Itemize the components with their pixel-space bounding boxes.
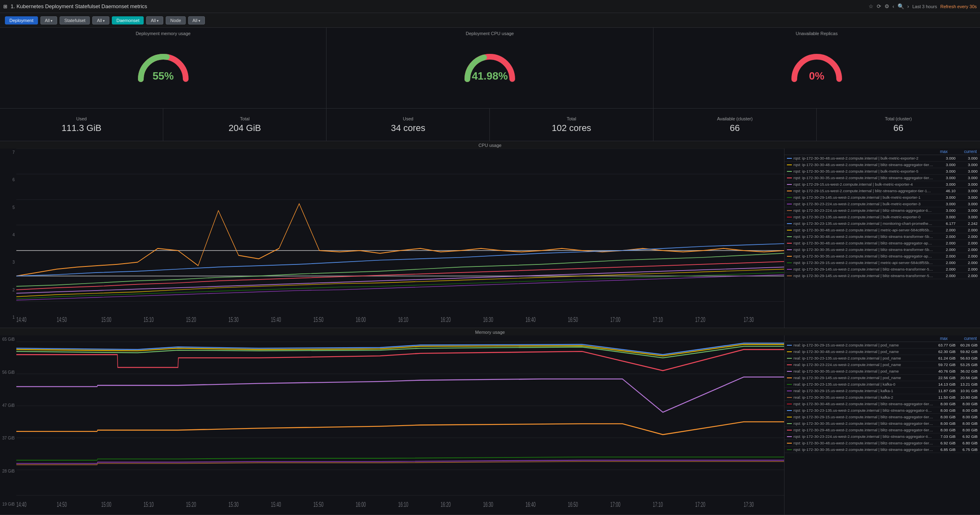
cpu-legend-item[interactable]: rqst: ip-172-30-30-48.us-west-2.compute.… [784,233,980,240]
legend-item-max: 2.000 [935,241,956,245]
mem-y-56: 56 GiB [0,370,15,375]
cpu-chart-area[interactable]: 14:40 14:50 15:00 15:10 15:20 15:30 15:4… [16,149,784,328]
mem-y-37: 37 GiB [0,436,15,440]
svg-text:17:10: 17:10 [653,501,663,508]
topbar: ⊞ 1. Kubernetes Deployment Statefulset D… [0,0,980,13]
cpu-legend-item[interactable]: rqst: ip-172-30-23-135.us-west-2.compute… [784,220,980,227]
legend-item-current: 3.000 [957,208,978,213]
cpu-y-3: 3 [0,260,15,264]
cpu-chart-body: 7 6 5 4 3 2 1 cores [0,149,980,328]
legend-item-max: 2.000 [935,267,956,271]
stat-total-cpu: Total 102 cores [490,109,653,141]
cpu-legend-item[interactable]: rqst: ip-172-29-15.us-west-2.compute.int… [784,188,980,194]
memory-legend-item[interactable]: rqst: ip-172-30-30-48.us-west-2.compute.… [784,401,980,407]
cpu-legend-item[interactable]: rqst: ip-172-30-23-135.us-west-2.compute… [784,214,980,220]
memory-legend-item[interactable]: rqst: ip-172-30-30-35.us-west-2.compute.… [784,446,980,453]
stat-total-memory-value: 204 GiB [229,123,261,133]
memory-legend-item[interactable]: rqst: ip-172-30-29-48.us-west-2.compute.… [784,427,980,433]
mem-y-65: 65 GiB [0,337,15,342]
daemonset-filter[interactable]: Daemonset [112,16,144,24]
cpu-legend-item[interactable]: rqst: ip-172-30-30-48.us-west-2.compute.… [784,162,980,168]
memory-y-axis: 65 GiB 56 GiB 47 GiB 37 GiB 28 GiB 19 Gi… [0,335,16,515]
svg-text:16:10: 16:10 [398,501,409,508]
legend-item-text: rqst: ip-172-30-30-48.us-west-2.compute.… [793,162,933,167]
topbar-icon-search[interactable]: 🔍 [898,3,904,9]
legend-item-text: rqst: ip-172-30-23-135.us-west-2.compute… [793,408,933,413]
node-filter[interactable]: Node [166,16,185,24]
legend-item-text: rqst: ip-172-30-30-35.us-west-2.compute.… [793,247,933,252]
memory-legend-item[interactable]: rqst: ip-172-30-23-224.us-west-2.compute… [784,433,980,440]
legend-item-max: 2.000 [935,247,956,252]
svg-text:15:20: 15:20 [186,501,196,508]
legend-item-max: 59.72 GiB [935,362,956,367]
cpu-legend-item[interactable]: rqst: ip-172-30-30-48.us-west-2.compute.… [784,240,980,246]
cpu-legend-item[interactable]: rqst: ip-172-29-15.us-west-2.compute.int… [784,181,980,188]
cpu-legend-item[interactable]: rqst: ip-172-30-23-224.us-west-2.compute… [784,207,980,214]
legend-item-text: rqst: ip-172-30-23-135.us-west-2.compute… [793,221,933,226]
memory-legend-item[interactable]: real: ip-172-30-30-35.us-west-2.compute.… [784,368,980,375]
deployment-all-dropdown[interactable]: All [40,16,58,24]
cpu-legend-item[interactable]: rqst: ip-172-30-30-48.us-west-2.compute.… [784,155,980,162]
stat-used-memory: Used 111.3 GiB [0,109,163,141]
memory-chart-legend: max current real: ip-172-30-29-15.us-wes… [784,335,980,515]
legend-item-current: 3.000 [957,162,978,167]
legend-color-swatch [787,423,792,424]
memory-legend-item[interactable]: real: ip-172-30-29-15.us-west-2.compute.… [784,342,980,349]
memory-legend-item[interactable]: real: ip-172-30-29-145.us-west-2.compute… [784,375,980,381]
stats-row: Used 111.3 GiB Total 204 GiB Used 34 cor… [0,109,980,141]
replicas-gauge-title: Unavailable Replicas [796,31,838,36]
cpu-legend-item[interactable]: rqst: ip-172-30-29-145.us-west-2.compute… [784,273,980,279]
refresh-label[interactable]: Refresh every 30s [940,4,977,9]
legend-item-current: 3.000 [957,189,978,193]
cpu-y-2: 2 [0,288,15,292]
memory-legend-item[interactable]: rqst: ip-172-30-23-135.us-west-2.compute… [784,407,980,414]
legend-item-max: 2.000 [935,254,956,258]
cpu-legend-item[interactable]: rqst: ip-172-30-23-224.us-west-2.compute… [784,201,980,207]
memory-legend-item[interactable]: real: ip-172-30-30-35.us-west-2.compute.… [784,394,980,401]
statefulset-all-dropdown[interactable]: All [92,16,109,24]
legend-item-current: 2.000 [957,267,978,271]
legend-item-max: 8.00 GiB [935,421,956,426]
legend-item-text: rqst: ip-172-30-30-35.us-west-2.compute.… [793,447,933,452]
topbar-icon-share[interactable]: ⟳ [877,3,881,9]
node-all-dropdown[interactable]: All [188,16,205,24]
stat-used-cpu: Used 34 cores [327,109,490,141]
memory-legend-item[interactable]: rqst: ip-172-30-30-48.us-west-2.compute.… [784,440,980,446]
legend-color-swatch [787,269,792,270]
memory-legend-item[interactable]: real: ip-172-30-30-48.us-west-2.compute.… [784,349,980,355]
legend-item-text: real: ip-172-30-30-48.us-west-2.compute.… [793,349,933,354]
time-range[interactable]: Last 3 hours [912,4,937,9]
cpu-legend-item[interactable]: rqst: ip-172-30-29-145.us-west-2.compute… [784,194,980,201]
memory-chart-area[interactable]: 14:40 14:50 15:00 15:10 15:20 15:30 15:4… [16,335,784,515]
topbar-icon-next[interactable]: › [907,3,909,9]
cpu-gauge-value: 41.98% [472,70,508,82]
deployment-filter[interactable]: Deployment [5,16,38,24]
topbar-icon-settings[interactable]: ⚙ [884,3,889,9]
memory-legend-item[interactable]: real: ip-172-30-23-224.us-west-2.compute… [784,362,980,368]
cpu-legend-item[interactable]: rqst: ip-172-30-29-15.us-west-2.compute.… [784,260,980,266]
memory-legend-item[interactable]: rqst: ip-172-30-30-35.us-west-2.compute.… [784,420,980,427]
cpu-legend-item[interactable]: rqst: ip-172-30-30-35.us-west-2.compute.… [784,175,980,181]
memory-legend-item[interactable]: real: ip-172-30-29-15.us-west-2.compute.… [784,388,980,394]
topbar-icon-star[interactable]: ☆ [869,3,873,9]
cpu-legend-item[interactable]: rqst: ip-172-30-30-35.us-west-2.compute.… [784,168,980,175]
memory-legend-item[interactable]: real: ip-172-30-23-135.us-west-2.compute… [784,381,980,388]
svg-text:15:10: 15:10 [144,501,154,508]
memory-legend-item[interactable]: real: ip-172-30-23-135.us-west-2.compute… [784,355,980,362]
legend-item-text: rqst: ip-172-30-30-35.us-west-2.compute.… [793,421,933,426]
legend-item-text: real: ip-172-30-30-35.us-west-2.compute.… [793,395,933,400]
svg-text:16:10: 16:10 [398,316,409,324]
legend-color-swatch [787,371,792,372]
svg-text:17:00: 17:00 [610,316,620,324]
daemonset-all-dropdown[interactable]: All [146,16,163,24]
statefulset-filter[interactable]: Statefulset [60,16,90,24]
topbar-icon-prev[interactable]: ‹ [893,3,894,9]
cpu-legend-item[interactable]: rqst: ip-172-30-29-145.us-west-2.compute… [784,266,980,273]
cpu-legend-item[interactable]: rqst: ip-172-30-30-35.us-west-2.compute.… [784,253,980,260]
memory-legend-item[interactable]: rqst: ip-172-30-29-15.us-west-2.compute.… [784,414,980,420]
legend-item-current: 6.92 GiB [957,434,978,439]
cpu-legend-item[interactable]: rqst: ip-172-30-30-48.us-west-2.compute.… [784,227,980,233]
legend-item-max: 6.92 GiB [935,441,956,445]
cpu-legend-item[interactable]: rqst: ip-172-30-30-35.us-west-2.compute.… [784,246,980,253]
legend-color-swatch [787,275,792,276]
